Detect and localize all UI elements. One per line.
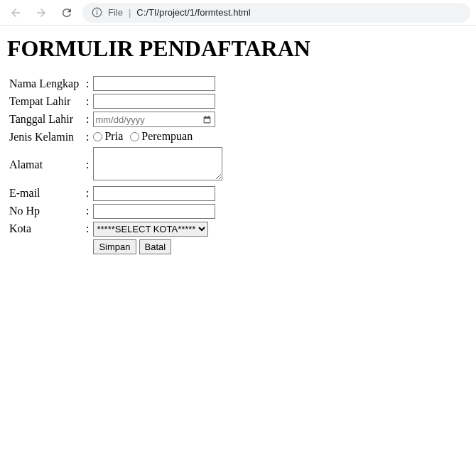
colon: : — [84, 220, 91, 238]
calendar-icon[interactable] — [202, 114, 212, 124]
alamat-textarea[interactable] — [93, 147, 222, 180]
email-label: E-mail — [7, 185, 84, 202]
colon: : — [84, 146, 91, 185]
simpan-button[interactable]: Simpan — [93, 239, 136, 254]
svg-rect-2 — [96, 10, 97, 11]
forward-button[interactable] — [31, 3, 51, 23]
browser-toolbar: File | C:/TI/project/1/formtest.html — [0, 0, 476, 26]
info-icon — [91, 7, 102, 18]
arrow-left-icon — [9, 6, 22, 19]
page-title: FORMULIR PENDAFTARAN — [7, 36, 469, 62]
date-placeholder: mm/dd/yyyy — [95, 114, 144, 125]
nama-input[interactable] — [93, 76, 215, 91]
pria-label: Pria — [104, 130, 123, 143]
colon: : — [84, 92, 91, 110]
colon: : — [84, 185, 91, 202]
svg-rect-1 — [96, 11, 97, 14]
jenis-label: Jenis Kelamin — [7, 129, 84, 146]
nama-label: Nama Lengkap — [7, 75, 84, 92]
page-content: FORMULIR PENDAFTARAN Nama Lengkap : Temp… — [0, 26, 476, 266]
batal-button[interactable]: Batal — [139, 239, 172, 254]
reload-icon — [60, 6, 73, 19]
tanggal-label: Tanggal Lahir — [7, 110, 84, 129]
kota-label: Kota — [7, 220, 84, 238]
colon: : — [84, 202, 91, 220]
url-path: C:/TI/project/1/formtest.html — [136, 7, 250, 18]
colon: : — [84, 110, 91, 129]
perempuan-label: Perempuan — [141, 130, 193, 143]
nohp-label: No Hp — [7, 202, 84, 220]
kota-select[interactable]: *****SELECT KOTA***** — [93, 222, 208, 237]
url-separator: | — [129, 7, 131, 18]
back-button[interactable] — [6, 3, 26, 23]
tempat-input[interactable] — [93, 94, 215, 109]
tempat-label: Tempat Lahir — [7, 92, 84, 110]
nohp-input[interactable] — [93, 204, 215, 219]
colon: : — [84, 75, 91, 92]
perempuan-radio[interactable] — [130, 132, 139, 141]
registration-form: Nama Lengkap : Tempat Lahir : Tanggal La… — [7, 75, 225, 256]
arrow-right-icon — [35, 6, 48, 19]
address-bar[interactable]: File | C:/TI/project/1/formtest.html — [82, 3, 470, 23]
tanggal-input[interactable]: mm/dd/yyyy — [93, 112, 215, 127]
pria-radio[interactable] — [93, 132, 102, 141]
colon: : — [84, 129, 91, 146]
email-input[interactable] — [93, 186, 215, 201]
url-prefix: File — [108, 7, 123, 18]
alamat-label: Alamat — [7, 146, 84, 185]
reload-button[interactable] — [57, 3, 77, 23]
